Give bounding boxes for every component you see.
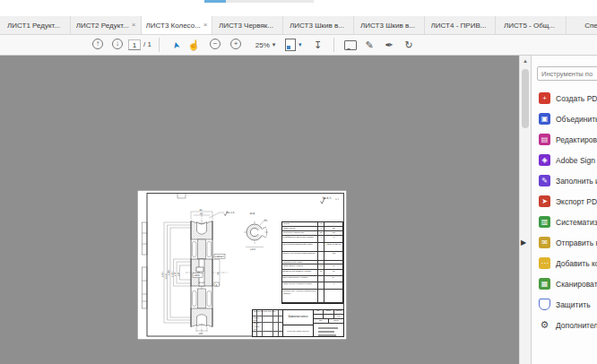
page-display-caret-icon[interactable]: ▾ bbox=[298, 41, 302, 48]
document-tab[interactable]: ЛИСТ3 Шкив в... bbox=[283, 16, 354, 34]
parameter-row: Вид сопряжённого червяка ZA bbox=[282, 276, 342, 282]
parameter-name: Исходный производящий червяк bbox=[282, 243, 318, 251]
window-top-strip bbox=[0, 0, 597, 16]
parameter-value bbox=[324, 261, 342, 264]
tool-list: + Создать PDF ▣ Объединить файлы ▤ Редак… bbox=[532, 88, 597, 335]
document-tab-bar: ЛИСТ1 Редукт... ЛИСТ2 Редукт... × ЛИСТ3 … bbox=[0, 16, 597, 35]
organization-cell bbox=[314, 324, 343, 336]
tool-label: Редактировать PDF bbox=[556, 135, 597, 144]
parameter-value: −1 bbox=[324, 236, 342, 242]
tool-label: Сканировать и распознать bbox=[556, 280, 597, 289]
zoom-level-dropdown[interactable]: 25% ▾ bbox=[250, 39, 281, 51]
part-name: Червячное колесо bbox=[283, 310, 312, 325]
comment-button[interactable] bbox=[344, 39, 357, 51]
tool-icon: ✉ bbox=[539, 237, 550, 248]
parameter-value: 2 bbox=[324, 264, 342, 269]
vertical-scrollbar[interactable]: ▲ bbox=[519, 56, 531, 364]
toolbar-separator bbox=[159, 38, 160, 52]
select-tool-button[interactable]: ➤ bbox=[169, 39, 182, 51]
part-material: Сталь 20Х ГОСТ 4543-71 bbox=[283, 325, 312, 336]
scrollbar-thumb[interactable] bbox=[522, 69, 529, 128]
tool-icon: ▥ bbox=[539, 216, 550, 228]
page-display-button[interactable] bbox=[285, 39, 296, 51]
svg-text:(√): (√) bbox=[335, 197, 339, 201]
tool-item[interactable]: Защитить bbox=[532, 294, 597, 315]
parameter-value: 52 bbox=[324, 227, 342, 230]
parameter-row: Степень точности по ГОСТ 3675-81 7-В bbox=[282, 252, 342, 261]
document-tab[interactable]: ЛИСТ3 Червяк... bbox=[212, 16, 283, 34]
hand-tool-button[interactable]: ☝ bbox=[187, 39, 200, 51]
parameter-symbol bbox=[318, 243, 324, 251]
tool-icon: ⋯ bbox=[539, 257, 550, 269]
pencil-icon: ✎ bbox=[365, 39, 373, 51]
tab-label: ЛИСТ3 Червяк... bbox=[219, 22, 273, 30]
tool-item[interactable]: ⋯ Добавить комментарий bbox=[532, 253, 597, 273]
parameter-symbol bbox=[318, 252, 324, 260]
parameter-row: Исходный производящий червяк ГОСТ 19036-… bbox=[282, 243, 342, 252]
tool-icon: ⚙ bbox=[539, 319, 550, 331]
parameter-value bbox=[324, 290, 342, 302]
parameter-name: Сопряжённый червяк bbox=[282, 261, 318, 264]
sign-button[interactable]: ✒ bbox=[383, 39, 395, 51]
title-block-right: Лит. Масса Масштаб 1:1 Лист Листов bbox=[314, 310, 343, 336]
scroll-up-icon[interactable]: ▲ bbox=[520, 58, 531, 64]
tools-sidebar: + Создать PDF ▣ Объединить файлы ▤ Редак… bbox=[531, 56, 597, 364]
document-tab[interactable]: ЛИСТ1 Редукт... bbox=[0, 16, 71, 34]
document-tab[interactable]: ЛИСТ3 Шкив в... bbox=[354, 16, 425, 34]
tools-panel-toggle-icon[interactable]: ▶ bbox=[521, 238, 526, 247]
parameter-name: Число зубьев червяка в обхвате bbox=[282, 282, 318, 289]
tab-label: ЛИСТ5 - Общ... bbox=[504, 22, 555, 30]
parameter-symbol: m bbox=[318, 222, 324, 226]
page-number-input[interactable] bbox=[128, 39, 141, 50]
document-canvas[interactable]: Ra 6,3 (√) bbox=[0, 56, 531, 364]
tool-item[interactable]: ➤ Экспорт PDF bbox=[532, 191, 597, 212]
zoom-out-button[interactable]: − bbox=[210, 39, 221, 49]
progress-track bbox=[204, 0, 314, 3]
page-display-icon bbox=[285, 39, 296, 51]
svg-text:Ra 6,3: Ra 6,3 bbox=[323, 196, 332, 200]
chevron-down-icon: ▾ bbox=[273, 41, 276, 48]
down-arrow-icon: ↓ bbox=[116, 39, 119, 49]
fill-sign-button[interactable]: ✎ bbox=[363, 39, 376, 51]
previous-page-button[interactable]: ↑ bbox=[92, 39, 103, 49]
tool-item[interactable]: + Создать PDF bbox=[532, 88, 597, 108]
tool-item[interactable]: ⚙ Дополнительно bbox=[532, 315, 597, 335]
document-tab[interactable]: Специфи bbox=[567, 16, 597, 34]
document-tab[interactable]: ЛИСТ2 Редукт... × bbox=[71, 16, 142, 34]
tool-item[interactable]: ▣ Объединить файлы bbox=[532, 108, 597, 129]
tab-label: ЛИСТ3 Шкив в... bbox=[290, 22, 344, 30]
document-tab[interactable]: ЛИСТ5 - Общ... bbox=[496, 16, 567, 34]
parameter-name: Число зубьев bbox=[282, 227, 318, 230]
tool-label: Систематизировать страницы bbox=[556, 218, 597, 227]
svg-text:⌀45: ⌀45 bbox=[199, 333, 203, 335]
parameter-name: Межосевое расстояние bbox=[282, 231, 318, 235]
tool-item[interactable]: ▦ Сканировать и распознать bbox=[532, 273, 597, 294]
pen-icon: ✒ bbox=[385, 39, 393, 51]
document-tab[interactable]: ЛИСТ4 - ПРИВ... bbox=[425, 16, 496, 34]
tool-item[interactable]: ▤ Редактировать PDF bbox=[532, 129, 597, 150]
zoom-in-button[interactable]: + bbox=[230, 39, 241, 49]
parameter-symbol: x bbox=[318, 236, 324, 242]
svg-text:А-А: А-А bbox=[250, 212, 255, 215]
tool-item[interactable]: ◈ Adobe Sign bbox=[532, 150, 597, 170]
tool-item[interactable]: ▥ Систематизировать страницы bbox=[532, 212, 597, 232]
parameter-value: 100 bbox=[324, 231, 342, 235]
parameter-value: 80 bbox=[324, 270, 342, 275]
stamp-button[interactable]: ↻ bbox=[402, 39, 415, 51]
tab-label: ЛИСТ1 Редукт... bbox=[7, 22, 60, 30]
tab-close-icon[interactable]: × bbox=[132, 22, 136, 29]
parameter-name: Модуль bbox=[282, 222, 318, 226]
tool-icon: ▦ bbox=[539, 278, 550, 290]
parameter-symbol: z1 bbox=[318, 264, 324, 269]
tool-item[interactable]: ✉ Отправить на рецензирование bbox=[532, 232, 597, 253]
parameter-name: Вид сопряжённого червяка bbox=[282, 276, 318, 282]
tools-search-input[interactable] bbox=[537, 66, 597, 81]
next-page-button[interactable]: ↓ bbox=[112, 39, 123, 49]
svg-text:⌀45: ⌀45 bbox=[177, 272, 180, 276]
tab-close-icon[interactable]: × bbox=[203, 22, 208, 29]
toolbar-separator bbox=[333, 38, 334, 52]
tool-item[interactable]: ✎ Заполнить и подписать bbox=[532, 170, 597, 191]
title-block-center: Червячное колесо Сталь 20Х ГОСТ 4543-71 bbox=[283, 310, 313, 336]
document-tab[interactable]: ЛИСТ3 Колесо... × bbox=[142, 16, 212, 35]
fit-width-button[interactable]: ↧ bbox=[312, 39, 324, 51]
